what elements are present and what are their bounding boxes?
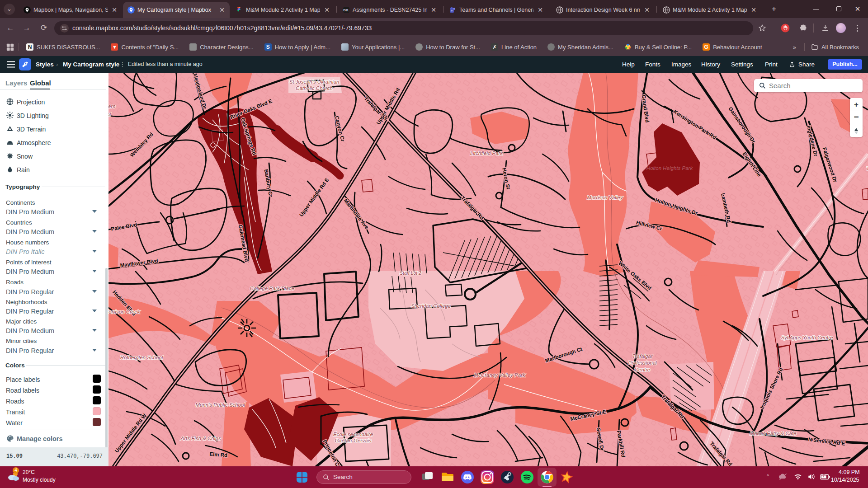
svg-text:McCraney Valley Park: McCraney Valley Park: [474, 372, 526, 378]
svg-text:Gaétan-Gervais: Gaétan-Gervais: [335, 438, 371, 443]
svg-text:Corners: Corners: [108, 103, 115, 109]
svg-text:Sheridan College: Sheridan College: [411, 303, 451, 309]
svg-text:Tor: Tor: [866, 166, 868, 171]
svg-text:Staff Lot 2: Staff Lot 2: [400, 270, 421, 276]
svg-text:Holton Heights Park: Holton Heights Park: [646, 165, 693, 171]
svg-text:Catholic Church: Catholic Church: [296, 85, 333, 91]
svg-text:Litchfield Park: Litchfield Park: [470, 150, 503, 156]
svg-text:Centre: Centre: [635, 367, 651, 372]
svg-text:Trafalgar: Trafalgar: [632, 353, 653, 359]
svg-text:Morrison Valley: Morrison Valley: [587, 195, 623, 200]
svg-text:Moods Eatry & Cafe: Moods Eatry & Cafe: [750, 431, 797, 436]
svg-text:Munn's Public School: Munn's Public School: [195, 402, 245, 408]
svg-text:St Joseph's Ukrainian: St Joseph's Ukrainian: [289, 79, 340, 84]
svg-text:D2L: D2L: [343, 9, 349, 12]
svg-text:College Park Place: College Park Place: [250, 286, 294, 291]
svg-text:Professional: Professional: [628, 360, 657, 366]
svg-text:École secondaire: École secondaire: [333, 432, 373, 437]
svg-text:Morrison Creek: Morrison Creek: [108, 309, 141, 314]
svg-text:Rotherglen School: Rotherglen School: [120, 355, 163, 360]
svg-text:School: School: [108, 112, 111, 117]
svg-text:Syl Apps Youth Centre: Syl Apps Youth Centre: [781, 335, 833, 340]
svg-text:Arts Fish & Chips: Arts Fish & Chips: [180, 436, 221, 441]
